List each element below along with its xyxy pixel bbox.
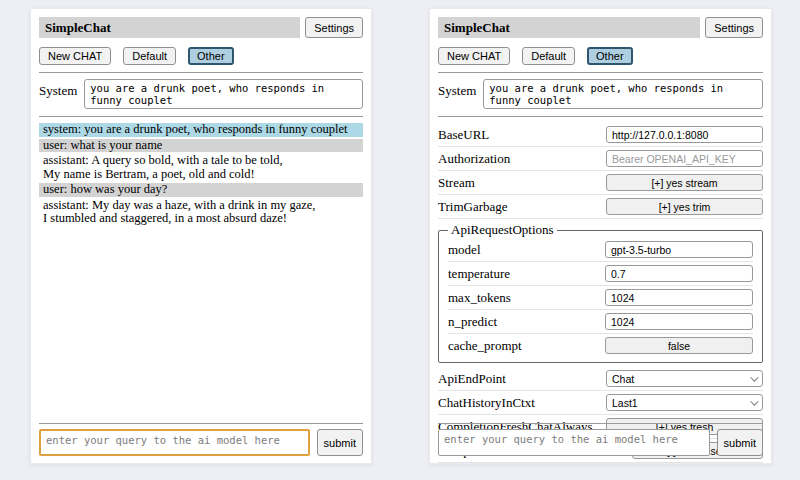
system-prompt-row: System you are a drunk poet, who respond…: [438, 79, 763, 109]
session-button-default[interactable]: Default: [123, 47, 176, 65]
app-title: SimpleChat: [438, 17, 700, 38]
setting-row-trimgarbage: TrimGarbage [+] yes trim: [438, 195, 763, 219]
setting-row-api-endpoint: ApiEndPoint Chat: [438, 367, 763, 391]
system-prompt-input[interactable]: you are a drunk poet, who responds in fu…: [84, 79, 363, 109]
new-chat-button[interactable]: New CHAT: [438, 47, 510, 65]
chat-message-system: system: you are a drunk poet, who respon…: [39, 123, 363, 137]
setting-row-authorization: Authorization: [438, 147, 763, 171]
api-endpoint-select[interactable]: Chat: [606, 370, 763, 387]
chevron-down-icon: [750, 373, 758, 381]
temperature-input[interactable]: [605, 265, 753, 282]
n-predict-input[interactable]: [605, 313, 753, 330]
n-predict-label: n_predict: [448, 314, 605, 330]
max-tokens-input[interactable]: [605, 289, 753, 306]
query-input[interactable]: [438, 429, 710, 456]
submit-button[interactable]: submit: [317, 429, 363, 456]
header: SimpleChat Settings: [438, 17, 763, 38]
app-title: SimpleChat: [39, 17, 300, 38]
chevron-down-icon: [750, 397, 758, 405]
stream-label: Stream: [438, 175, 606, 191]
stream-toggle-button[interactable]: [+] yes stream: [606, 174, 763, 191]
divider: [39, 116, 363, 117]
chat-message-user: user: how was your day?: [39, 183, 363, 197]
session-button-other[interactable]: Other: [188, 47, 234, 65]
new-chat-button[interactable]: New CHAT: [39, 47, 111, 65]
chat-history-selected-value: Last1: [612, 397, 638, 409]
trimgarbage-label: TrimGarbage: [438, 199, 606, 215]
settings-list: BaseURL Authorization Stream [+] yes str…: [438, 123, 763, 463]
chat-panel: SimpleChat Settings New CHAT Default Oth…: [30, 8, 372, 464]
setting-row-temperature: temperature: [448, 262, 753, 286]
system-label: System: [438, 79, 476, 99]
api-endpoint-selected-value: Chat: [612, 373, 634, 385]
cache-prompt-toggle-button[interactable]: false: [605, 337, 753, 354]
model-input[interactable]: [605, 241, 753, 258]
api-endpoint-label: ApiEndPoint: [438, 371, 606, 387]
query-bar: submit: [438, 416, 763, 456]
settings-button[interactable]: Settings: [305, 17, 363, 38]
baseurl-input[interactable]: [606, 126, 763, 143]
setting-row-stream: Stream [+] yes stream: [438, 171, 763, 195]
chat-message-assistant: assistant: My day was a haze, with a dri…: [39, 199, 363, 226]
system-label: System: [39, 79, 77, 99]
settings-button[interactable]: Settings: [705, 17, 763, 38]
divider: [438, 423, 763, 424]
setting-row-n-predict: n_predict: [448, 310, 753, 334]
divider: [438, 72, 763, 73]
divider: [39, 423, 363, 424]
authorization-input[interactable]: [606, 150, 763, 167]
divider: [39, 72, 363, 73]
chat-history-in-ctxt-label: ChatHistoryInCtxt: [438, 395, 606, 411]
temperature-label: temperature: [448, 266, 605, 282]
baseurl-label: BaseURL: [438, 127, 606, 143]
submit-button[interactable]: submit: [717, 429, 763, 456]
chat-history-in-ctxt-select[interactable]: Last1: [606, 394, 763, 411]
trimgarbage-toggle-button[interactable]: [+] yes trim: [606, 198, 763, 215]
session-bar: New CHAT Default Other: [39, 46, 363, 65]
settings-panel: SimpleChat Settings New CHAT Default Oth…: [429, 8, 772, 464]
chat-message-list: system: you are a drunk poet, who respon…: [39, 123, 363, 226]
session-button-default[interactable]: Default: [522, 47, 575, 65]
chat-message-user: user: what is your name: [39, 139, 363, 153]
model-label: model: [448, 242, 605, 258]
setting-row-baseurl: BaseURL: [438, 123, 763, 147]
query-input[interactable]: [39, 429, 310, 456]
max-tokens-label: max_tokens: [448, 290, 605, 306]
system-prompt-input[interactable]: you are a drunk poet, who responds in fu…: [483, 79, 763, 109]
cache-prompt-label: cache_prompt: [448, 338, 605, 354]
session-button-other[interactable]: Other: [587, 47, 633, 65]
header: SimpleChat Settings: [39, 17, 363, 38]
api-request-options-group: ApiRequestOptions model temperature max_…: [438, 222, 763, 363]
setting-row-model: model: [448, 238, 753, 262]
setting-row-cache-prompt: cache_prompt false: [448, 334, 753, 357]
api-request-options-legend: ApiRequestOptions: [448, 222, 557, 238]
system-prompt-row: System you are a drunk poet, who respond…: [39, 79, 363, 109]
session-bar: New CHAT Default Other: [438, 46, 763, 65]
setting-row-chat-history-in-ctxt: ChatHistoryInCtxt Last1: [438, 391, 763, 415]
divider: [438, 116, 763, 117]
setting-row-max-tokens: max_tokens: [448, 286, 753, 310]
chat-message-assistant: assistant: A query so bold, with a tale …: [39, 154, 363, 181]
authorization-label: Authorization: [438, 151, 606, 167]
query-bar: submit: [39, 416, 363, 456]
